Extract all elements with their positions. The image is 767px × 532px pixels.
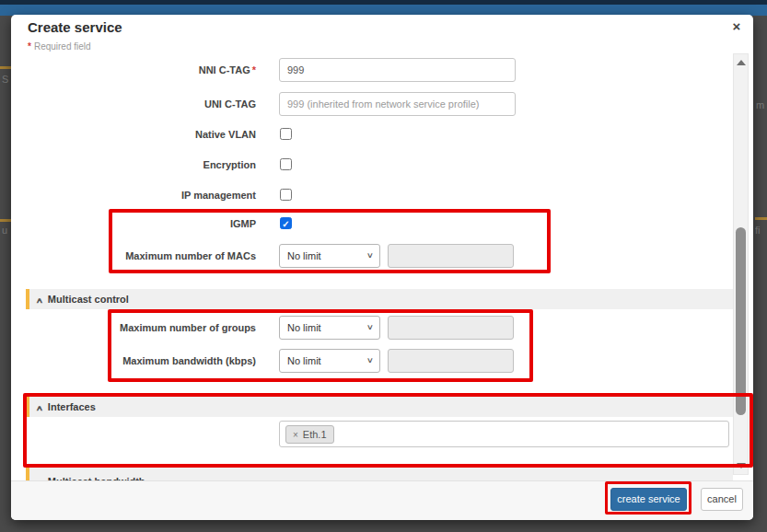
scrollbar-thumb[interactable] bbox=[736, 227, 746, 415]
background-accent-line bbox=[0, 219, 11, 222]
create-service-modal: Create service *Required field × NNI C-T… bbox=[11, 15, 753, 520]
background-accent-line bbox=[0, 66, 11, 69]
uni-ctag-input[interactable] bbox=[279, 92, 516, 116]
section-interfaces[interactable]: ∧Interfaces bbox=[26, 397, 733, 417]
background-text: fi bbox=[755, 225, 761, 236]
section-interfaces-label: Interfaces bbox=[48, 401, 96, 412]
required-note-text: Required field bbox=[34, 41, 91, 52]
screen: S u m fi Create service *Required field … bbox=[0, 0, 767, 532]
uni-ctag-label: UNI C-TAG bbox=[11, 98, 256, 110]
max-macs-select[interactable]: No limit ∨ bbox=[279, 244, 380, 268]
checkmark-icon: ✓ bbox=[282, 219, 289, 229]
max-bandwidth-label: Maximum bandwidth (kbps) bbox=[11, 355, 256, 367]
required-field-note: *Required field bbox=[28, 41, 91, 52]
max-groups-select[interactable]: No limit ∨ bbox=[279, 316, 380, 340]
section-multicast-bandwidth[interactable]: ∧Multicast bandwidth bbox=[26, 466, 733, 480]
close-icon: × bbox=[733, 18, 741, 34]
scroll-down-icon[interactable] bbox=[737, 463, 746, 468]
igmp-checkbox[interactable]: ✓ bbox=[280, 217, 292, 229]
max-macs-value-input[interactable] bbox=[388, 244, 514, 268]
create-service-button[interactable]: create service bbox=[610, 488, 687, 511]
encryption-label: Encryption bbox=[11, 159, 256, 171]
chevron-down-icon: ∨ bbox=[366, 323, 374, 331]
chevron-down-icon: ∨ bbox=[366, 251, 374, 260]
background-text: u bbox=[2, 225, 7, 236]
section-multicast-control-label: Multicast control bbox=[48, 294, 129, 305]
background-accent-line bbox=[755, 217, 767, 220]
nni-ctag-label-text: NNI C-TAG bbox=[199, 64, 250, 75]
required-asterisk: * bbox=[28, 41, 31, 52]
collapse-icon: ∧ bbox=[36, 291, 44, 311]
interface-chip: ×Eth.1 bbox=[285, 425, 334, 444]
igmp-label: IGMP bbox=[11, 218, 256, 230]
modal-footer: create service cancel bbox=[11, 480, 753, 520]
max-bandwidth-select[interactable]: No limit ∨ bbox=[279, 349, 380, 373]
native-vlan-checkbox[interactable] bbox=[280, 128, 292, 140]
nni-ctag-required-mark: * bbox=[252, 64, 256, 75]
ip-management-label: IP management bbox=[11, 190, 256, 202]
max-groups-value-input[interactable] bbox=[388, 316, 514, 340]
nni-ctag-input[interactable] bbox=[279, 58, 516, 82]
max-bandwidth-selected-option: No limit bbox=[287, 355, 321, 366]
collapse-icon: ∧ bbox=[36, 399, 44, 419]
chip-remove-icon[interactable]: × bbox=[293, 430, 298, 440]
max-groups-label: Maximum number of groups bbox=[11, 322, 256, 334]
collapse-icon: ∧ bbox=[36, 468, 44, 480]
max-macs-label: Maximum number of MACs bbox=[11, 250, 256, 262]
section-multicast-control[interactable]: ∧Multicast control bbox=[26, 289, 733, 309]
interfaces-input[interactable]: ×Eth.1 bbox=[279, 421, 729, 447]
encryption-checkbox[interactable] bbox=[280, 158, 292, 170]
background-text: S bbox=[2, 74, 8, 85]
chip-label: Eth.1 bbox=[303, 429, 327, 440]
max-macs-selected-option: No limit bbox=[287, 250, 321, 261]
cancel-button[interactable]: cancel bbox=[701, 488, 743, 511]
scroll-up-icon[interactable] bbox=[737, 60, 746, 65]
close-button[interactable]: × bbox=[728, 18, 745, 35]
chevron-down-icon: ∨ bbox=[366, 356, 374, 364]
background-text: m bbox=[756, 99, 764, 110]
modal-title: Create service bbox=[28, 19, 122, 35]
scrollbar[interactable] bbox=[733, 53, 749, 475]
nni-ctag-label: NNI C-TAG* bbox=[11, 64, 256, 76]
native-vlan-label: Native VLAN bbox=[11, 129, 256, 141]
max-bandwidth-value-input[interactable] bbox=[388, 349, 514, 373]
ip-management-checkbox[interactable] bbox=[280, 189, 292, 201]
section-partial-clip: ∧Multicast bandwidth bbox=[26, 466, 733, 480]
max-groups-selected-option: No limit bbox=[287, 322, 321, 333]
